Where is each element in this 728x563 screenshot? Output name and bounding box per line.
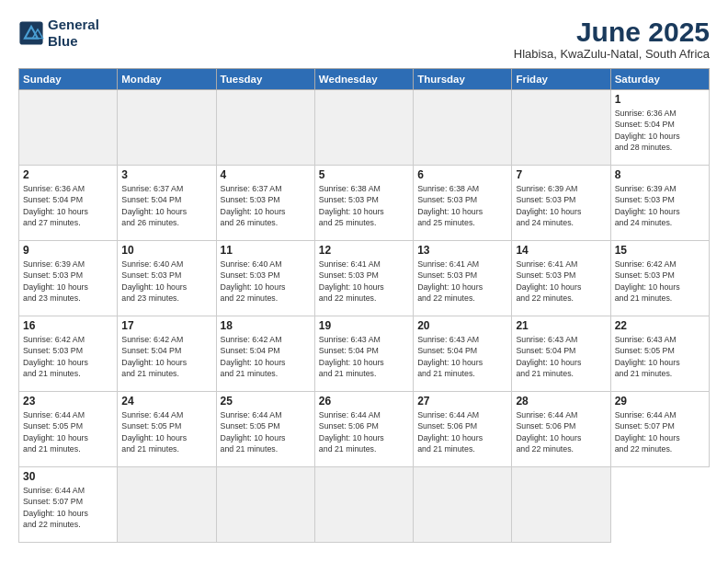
title-block: June 2025 Hlabisa, KwaZulu-Natal, South … (514, 17, 710, 61)
day-number: 26 (319, 395, 409, 408)
day-info: Sunrise: 6:36 AM Sunset: 5:04 PM Dayligh… (615, 108, 705, 153)
calendar-cell (512, 90, 610, 166)
calendar-row: 30Sunrise: 6:44 AM Sunset: 5:07 PM Dayli… (19, 467, 710, 543)
day-number: 2 (23, 168, 113, 181)
day-info: Sunrise: 6:39 AM Sunset: 5:03 PM Dayligh… (516, 183, 606, 228)
main-title: June 2025 (514, 17, 710, 47)
calendar-cell (216, 467, 314, 543)
day-info: Sunrise: 6:44 AM Sunset: 5:06 PM Dayligh… (319, 409, 409, 454)
day-info: Sunrise: 6:38 AM Sunset: 5:03 PM Dayligh… (319, 183, 409, 228)
day-info: Sunrise: 6:44 AM Sunset: 5:05 PM Dayligh… (221, 409, 311, 454)
day-info: Sunrise: 6:38 AM Sunset: 5:03 PM Dayligh… (417, 183, 507, 228)
calendar-header-friday: Friday (512, 69, 610, 90)
day-info: Sunrise: 6:39 AM Sunset: 5:03 PM Dayligh… (23, 259, 113, 304)
day-number: 19 (319, 319, 409, 332)
calendar: SundayMondayTuesdayWednesdayThursdayFrid… (18, 68, 710, 543)
day-number: 6 (417, 168, 507, 181)
calendar-cell: 19Sunrise: 6:43 AM Sunset: 5:04 PM Dayli… (314, 316, 413, 392)
calendar-cell: 25Sunrise: 6:44 AM Sunset: 5:05 PM Dayli… (216, 392, 314, 467)
day-info: Sunrise: 6:42 AM Sunset: 5:04 PM Dayligh… (121, 334, 211, 379)
day-info: Sunrise: 6:41 AM Sunset: 5:03 PM Dayligh… (417, 259, 507, 304)
day-info: Sunrise: 6:44 AM Sunset: 5:07 PM Dayligh… (23, 485, 113, 530)
logo: General Blue (18, 17, 99, 50)
calendar-cell (414, 90, 512, 166)
calendar-cell (118, 90, 216, 166)
header-row: SundayMondayTuesdayWednesdayThursdayFrid… (19, 69, 710, 90)
day-info: Sunrise: 6:40 AM Sunset: 5:03 PM Dayligh… (221, 259, 311, 304)
calendar-cell: 14Sunrise: 6:41 AM Sunset: 5:03 PM Dayli… (512, 241, 610, 316)
day-number: 14 (516, 244, 606, 257)
page: General Blue June 2025 Hlabisa, KwaZulu-… (0, 0, 728, 563)
day-info: Sunrise: 6:37 AM Sunset: 5:04 PM Dayligh… (121, 183, 211, 228)
calendar-row: 2Sunrise: 6:36 AM Sunset: 5:04 PM Daylig… (19, 166, 710, 241)
calendar-cell: 8Sunrise: 6:39 AM Sunset: 5:03 PM Daylig… (610, 166, 709, 241)
calendar-cell (314, 90, 413, 166)
day-number: 4 (221, 168, 311, 181)
calendar-cell (19, 90, 118, 166)
calendar-cell: 7Sunrise: 6:39 AM Sunset: 5:03 PM Daylig… (512, 166, 610, 241)
logo-line1: General (48, 17, 99, 32)
day-info: Sunrise: 6:44 AM Sunset: 5:06 PM Dayligh… (516, 409, 606, 454)
calendar-cell (314, 467, 413, 543)
day-number: 21 (516, 319, 606, 332)
calendar-cell: 23Sunrise: 6:44 AM Sunset: 5:05 PM Dayli… (19, 392, 118, 467)
calendar-row: 23Sunrise: 6:44 AM Sunset: 5:05 PM Dayli… (19, 392, 710, 467)
calendar-cell: 21Sunrise: 6:43 AM Sunset: 5:04 PM Dayli… (512, 316, 610, 392)
calendar-cell: 16Sunrise: 6:42 AM Sunset: 5:03 PM Dayli… (19, 316, 118, 392)
calendar-cell: 11Sunrise: 6:40 AM Sunset: 5:03 PM Dayli… (216, 241, 314, 316)
calendar-cell (414, 467, 512, 543)
calendar-cell: 20Sunrise: 6:43 AM Sunset: 5:04 PM Dayli… (414, 316, 512, 392)
calendar-cell: 29Sunrise: 6:44 AM Sunset: 5:07 PM Dayli… (610, 392, 709, 467)
calendar-header-monday: Monday (118, 69, 216, 90)
calendar-cell (118, 467, 216, 543)
day-info: Sunrise: 6:44 AM Sunset: 5:06 PM Dayligh… (417, 409, 507, 454)
logo-line2: Blue (48, 33, 78, 49)
day-number: 28 (516, 395, 606, 408)
day-number: 30 (23, 470, 113, 483)
day-info: Sunrise: 6:42 AM Sunset: 5:03 PM Dayligh… (615, 259, 705, 304)
day-number: 22 (615, 319, 705, 332)
day-info: Sunrise: 6:43 AM Sunset: 5:05 PM Dayligh… (615, 334, 705, 379)
calendar-cell: 17Sunrise: 6:42 AM Sunset: 5:04 PM Dayli… (118, 316, 216, 392)
calendar-cell: 13Sunrise: 6:41 AM Sunset: 5:03 PM Dayli… (414, 241, 512, 316)
day-number: 7 (516, 168, 606, 181)
calendar-cell: 9Sunrise: 6:39 AM Sunset: 5:03 PM Daylig… (19, 241, 118, 316)
calendar-cell: 22Sunrise: 6:43 AM Sunset: 5:05 PM Dayli… (610, 316, 709, 392)
day-number: 12 (319, 244, 409, 257)
calendar-cell: 15Sunrise: 6:42 AM Sunset: 5:03 PM Dayli… (610, 241, 709, 316)
calendar-cell: 27Sunrise: 6:44 AM Sunset: 5:06 PM Dayli… (414, 392, 512, 467)
calendar-cell: 18Sunrise: 6:42 AM Sunset: 5:04 PM Dayli… (216, 316, 314, 392)
day-number: 23 (23, 395, 113, 408)
day-number: 15 (615, 244, 705, 257)
calendar-cell: 3Sunrise: 6:37 AM Sunset: 5:04 PM Daylig… (118, 166, 216, 241)
day-number: 25 (221, 395, 311, 408)
day-number: 11 (221, 244, 311, 257)
calendar-cell: 30Sunrise: 6:44 AM Sunset: 5:07 PM Dayli… (19, 467, 118, 543)
day-info: Sunrise: 6:43 AM Sunset: 5:04 PM Dayligh… (516, 334, 606, 379)
day-info: Sunrise: 6:40 AM Sunset: 5:03 PM Dayligh… (121, 259, 211, 304)
day-info: Sunrise: 6:39 AM Sunset: 5:03 PM Dayligh… (615, 183, 705, 228)
calendar-cell (216, 90, 314, 166)
day-number: 16 (23, 319, 113, 332)
calendar-cell: 28Sunrise: 6:44 AM Sunset: 5:06 PM Dayli… (512, 392, 610, 467)
calendar-cell: 6Sunrise: 6:38 AM Sunset: 5:03 PM Daylig… (414, 166, 512, 241)
day-info: Sunrise: 6:43 AM Sunset: 5:04 PM Dayligh… (319, 334, 409, 379)
day-number: 8 (615, 168, 705, 181)
day-number: 1 (615, 93, 705, 106)
day-info: Sunrise: 6:37 AM Sunset: 5:03 PM Dayligh… (221, 183, 311, 228)
day-number: 10 (121, 244, 211, 257)
day-number: 3 (121, 168, 211, 181)
calendar-cell: 24Sunrise: 6:44 AM Sunset: 5:05 PM Dayli… (118, 392, 216, 467)
calendar-cell: 10Sunrise: 6:40 AM Sunset: 5:03 PM Dayli… (118, 241, 216, 316)
calendar-cell (512, 467, 610, 543)
calendar-header-sunday: Sunday (19, 69, 118, 90)
calendar-header-tuesday: Tuesday (216, 69, 314, 90)
calendar-cell: 26Sunrise: 6:44 AM Sunset: 5:06 PM Dayli… (314, 392, 413, 467)
calendar-cell: 12Sunrise: 6:41 AM Sunset: 5:03 PM Dayli… (314, 241, 413, 316)
subtitle: Hlabisa, KwaZulu-Natal, South Africa (514, 47, 710, 61)
day-number: 18 (221, 319, 311, 332)
day-info: Sunrise: 6:42 AM Sunset: 5:04 PM Dayligh… (221, 334, 311, 379)
day-info: Sunrise: 6:44 AM Sunset: 5:05 PM Dayligh… (23, 409, 113, 454)
calendar-row: 1Sunrise: 6:36 AM Sunset: 5:04 PM Daylig… (19, 90, 710, 166)
day-number: 5 (319, 168, 409, 181)
